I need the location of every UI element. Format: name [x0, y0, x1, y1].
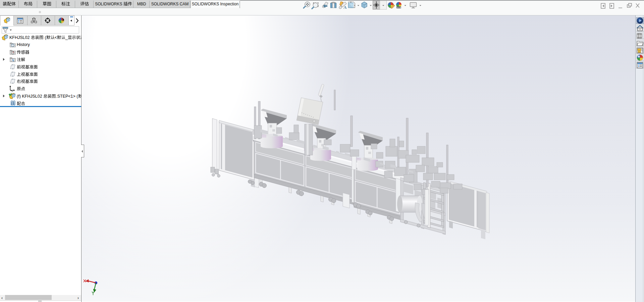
svg-text:A: A: [343, 5, 347, 10]
svg-text:A: A: [12, 59, 14, 62]
